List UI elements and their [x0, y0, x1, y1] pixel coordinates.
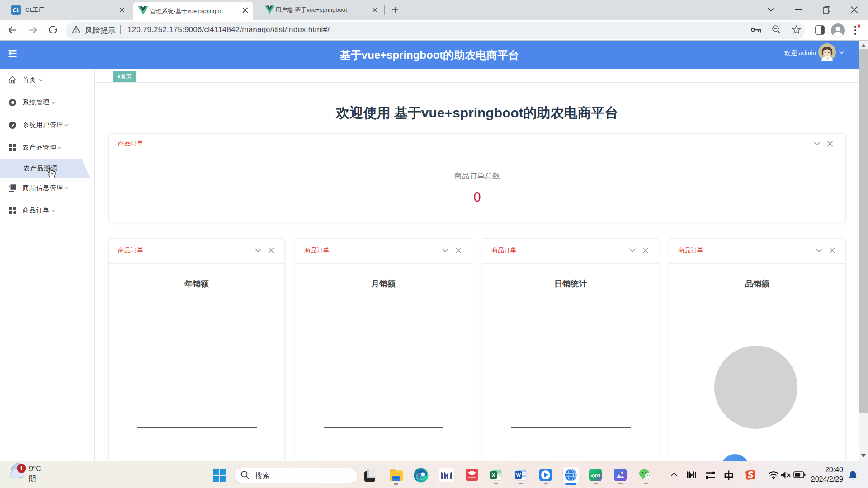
svg-text:HUAWEI: HUAWEI — [468, 476, 476, 479]
svg-text:1: 1 — [20, 465, 23, 472]
svg-text:iQIYI: iQIYI — [591, 474, 600, 478]
svg-text:CL: CL — [13, 7, 20, 13]
